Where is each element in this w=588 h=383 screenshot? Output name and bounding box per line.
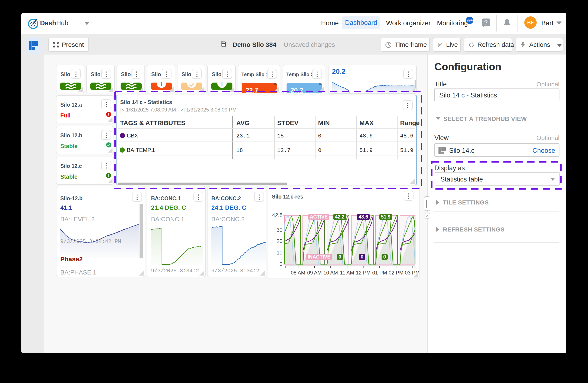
svg-text:?: ? xyxy=(484,19,488,26)
